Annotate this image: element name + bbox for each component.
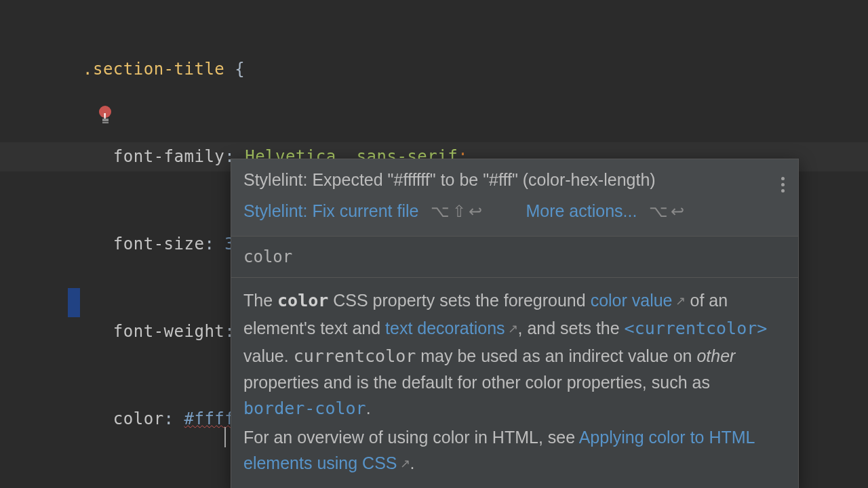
doc-property-name: color: [231, 237, 798, 278]
doc-text: CSS property sets the foreground: [328, 291, 590, 310]
hex-value-error: #fff: [184, 409, 225, 428]
doc-link-text-decorations[interactable]: text decorations: [385, 319, 505, 338]
more-actions-link[interactable]: More actions...: [526, 201, 637, 220]
doc-text: , and sets the: [518, 319, 625, 338]
shortcut-more: ⌥↩: [649, 202, 687, 220]
error-bulb-icon[interactable]: [99, 106, 111, 118]
doc-text: For an overview of using color in HTML, …: [243, 428, 579, 447]
doc-link-border-color[interactable]: border-color: [243, 399, 366, 418]
doc-code: currentcolor: [294, 346, 416, 366]
brace-open: {: [224, 60, 245, 79]
doc-text: value.: [243, 346, 294, 365]
more-options-icon[interactable]: [776, 174, 789, 193]
css-property: font-size: [113, 235, 205, 253]
doc-code: color: [277, 291, 328, 310]
css-selector: .section-title: [83, 60, 224, 79]
bulb-base-icon: [102, 119, 108, 121]
css-property: font-weight: [113, 322, 224, 341]
lint-error-message: Stylelint: Expected "#ffffff" to be "#ff…: [243, 167, 786, 192]
css-property: font-family: [113, 147, 224, 166]
shortcut-fix: ⌥⇧↩: [431, 202, 485, 220]
doc-italic: other: [696, 346, 735, 365]
css-property: color: [113, 409, 164, 428]
doc-text: may be used as an indirect value on: [416, 346, 696, 365]
doc-text: .: [366, 399, 371, 418]
external-link-icon: ↗: [400, 457, 410, 470]
doc-link-color-value[interactable]: color value: [591, 291, 673, 310]
doc-text: .: [410, 453, 415, 472]
inspection-popup: Stylelint: Expected "#ffffff" to be "#ff…: [231, 159, 799, 488]
fix-file-action[interactable]: Stylelint: Fix current file: [243, 201, 418, 220]
code-editor[interactable]: .section-title { font-family: Helvetica,…: [0, 0, 868, 488]
doc-text: The: [243, 291, 277, 310]
selection-gutter-marker: [68, 288, 80, 317]
popup-header: Stylelint: Expected "#ffffff" to be "#ff…: [231, 159, 798, 237]
external-link-icon: ↗: [675, 294, 686, 308]
editor-gutter: [0, 0, 83, 488]
doc-text: properties and is the default for other …: [243, 373, 710, 392]
doc-link-currentcolor[interactable]: <currentcolor>: [625, 319, 768, 338]
external-link-icon: ↗: [508, 322, 518, 336]
doc-body: The color CSS property sets the foregrou…: [231, 278, 798, 488]
